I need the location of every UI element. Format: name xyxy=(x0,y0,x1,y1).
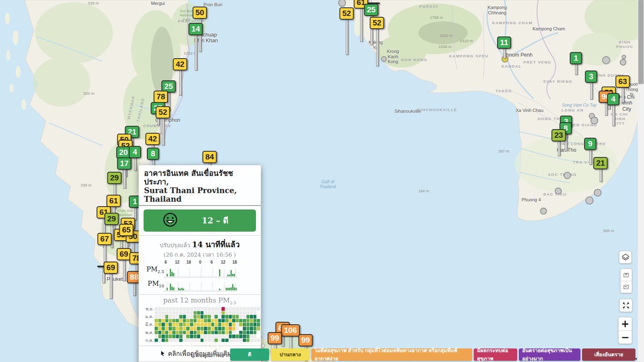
heatmap-cell xyxy=(222,315,225,319)
aqi-marker[interactable]: 65 xyxy=(119,224,133,236)
aqi-marker[interactable]: 17 xyxy=(117,157,131,170)
heatmap-cell xyxy=(232,339,235,342)
heatmap-cell xyxy=(215,311,218,315)
chart-bar xyxy=(234,274,235,276)
heatmap-cell xyxy=(247,319,250,323)
station-dot[interactable] xyxy=(564,172,571,179)
aqi-marker[interactable]: 11 xyxy=(497,36,511,49)
aqi-marker[interactable]: 1 xyxy=(570,52,582,64)
heatmap-cell xyxy=(194,331,197,335)
aqi-marker[interactable]: 99 xyxy=(298,334,313,346)
legend-item-2[interactable]: ไม่ดีต่อสุขภาพ สำหรับ กลุ่มที่ไวต่อมลพิษ… xyxy=(311,348,472,361)
aqi-marker[interactable]: 106 xyxy=(281,324,300,337)
map-markers-view-button[interactable] xyxy=(621,281,632,293)
aqi-marker[interactable]: 25 xyxy=(364,4,378,16)
aqi-marker[interactable]: 78 xyxy=(153,91,168,103)
heatmap-cell xyxy=(201,327,204,330)
legend-item-4[interactable]: อันตรายต่อสุขภาพเป็นอย่างมาก xyxy=(519,348,580,361)
chart-bar xyxy=(181,288,183,290)
heatmap-cell xyxy=(176,319,179,323)
aqi-marker[interactable]: 52 xyxy=(339,7,354,20)
heatmap-cell xyxy=(165,331,169,335)
station-dot[interactable] xyxy=(622,55,626,59)
aqi-marker[interactable]: 4 xyxy=(607,93,619,105)
legend-item-5[interactable]: เสี่ยงอันตราย xyxy=(582,348,635,361)
heatmap-cell xyxy=(232,335,235,338)
fullscreen-button[interactable] xyxy=(619,299,633,312)
station-dot[interactable] xyxy=(585,196,594,205)
heatmap-cell xyxy=(155,339,158,342)
aqi-marker[interactable]: 67 xyxy=(97,233,112,245)
heatmap-cell xyxy=(155,327,158,330)
aqi-marker[interactable]: 84 xyxy=(202,151,217,163)
heatmap-cell xyxy=(165,311,169,315)
layers-button[interactable] xyxy=(619,251,632,264)
heatmap-cell xyxy=(165,335,169,338)
heatmap-cell xyxy=(229,311,232,315)
aqi-marker[interactable]: 61 xyxy=(106,195,121,207)
aqi-marker[interactable]: 99 xyxy=(267,332,282,344)
heatmap-cell xyxy=(211,327,215,330)
heatmap-cell xyxy=(218,339,222,342)
heatmap-cell xyxy=(232,307,235,311)
heatmap-cell xyxy=(239,307,242,311)
popup-title-line2: Surat Thani Province, Thailand xyxy=(144,186,256,203)
heatmap-cell xyxy=(239,319,242,323)
station-dot[interactable] xyxy=(620,59,626,66)
heatmap-cell xyxy=(155,331,158,335)
aqi-marker[interactable]: 52 xyxy=(370,17,384,29)
aqi-marker[interactable]: 9 xyxy=(584,138,596,150)
aqi-marker[interactable]: 63 xyxy=(615,75,630,88)
aqi-marker[interactable]: 3 xyxy=(585,71,597,83)
aqi-marker[interactable]: 52 xyxy=(155,106,170,118)
scrollbar-track[interactable] xyxy=(638,0,644,362)
aqi-marker[interactable]: 42 xyxy=(173,58,187,71)
heatmap-cell xyxy=(208,327,211,330)
heatmap-cell xyxy=(186,335,190,338)
station-dot[interactable] xyxy=(381,56,387,62)
aqi-marker[interactable]: 42 xyxy=(145,133,160,145)
chart-bar xyxy=(173,273,174,276)
legend-collapse-caret[interactable]: ▾ xyxy=(635,356,637,362)
heatmap-cell xyxy=(169,323,172,326)
map-canvas[interactable]: 539 mMerguiPran BuriKui Buri National Pa… xyxy=(0,0,644,362)
aqi-marker[interactable]: 14 xyxy=(188,23,203,35)
heatmap-cell xyxy=(169,315,172,319)
zoom-in-button[interactable]: + xyxy=(619,317,632,330)
aqi-marker[interactable]: 29 xyxy=(104,213,119,225)
aqi-marker[interactable]: 21 xyxy=(593,157,607,169)
station-dot[interactable] xyxy=(594,189,602,197)
station-dot[interactable] xyxy=(540,208,547,215)
poi-dot xyxy=(261,344,265,348)
aqi-marker[interactable]: 4 xyxy=(129,146,141,158)
map-markers-icon xyxy=(623,283,629,291)
aqi-marker[interactable]: 69 xyxy=(116,248,131,260)
updated-date: (26 ก.ค. 2024 เวลา 16:56 ) xyxy=(139,250,261,259)
station-dot[interactable] xyxy=(602,56,610,64)
aqi-marker[interactable]: 8 xyxy=(147,148,159,160)
chart-tick-row: 61218061218 xyxy=(164,260,237,265)
zoom-out-button[interactable]: − xyxy=(619,330,632,344)
aqi-marker[interactable]: 23 xyxy=(551,129,566,141)
heatmap-cell xyxy=(218,307,222,311)
aqi-marker[interactable]: 29 xyxy=(107,172,121,184)
cursor-icon xyxy=(160,351,165,357)
station-dot[interactable] xyxy=(591,117,598,125)
aqi-marker[interactable]: 50 xyxy=(192,7,207,19)
chart-bar xyxy=(173,287,174,290)
heatmap-cell xyxy=(222,327,225,330)
station-dot[interactable] xyxy=(555,188,562,195)
legend-item-1[interactable]: ปานกลาง xyxy=(271,348,310,361)
heatmap-cell xyxy=(201,311,204,315)
chart-tick-label: 18 xyxy=(232,260,237,264)
scrollbar-thumb[interactable] xyxy=(638,0,644,84)
heatmap-cell xyxy=(218,315,222,319)
map-pin-view-button[interactable] xyxy=(621,269,632,281)
heatmap-cell xyxy=(158,307,162,311)
chart-bar xyxy=(183,289,184,290)
legend-item-0[interactable]: ดี xyxy=(230,348,269,361)
aqi-marker[interactable]: 69 xyxy=(103,262,118,274)
heatmap-cell xyxy=(183,339,186,342)
updated-prefix: ปรับปรุงแล้ว xyxy=(160,242,192,248)
legend-item-3[interactable]: มีผลกระทบต่อสุขภาพ xyxy=(474,348,517,361)
